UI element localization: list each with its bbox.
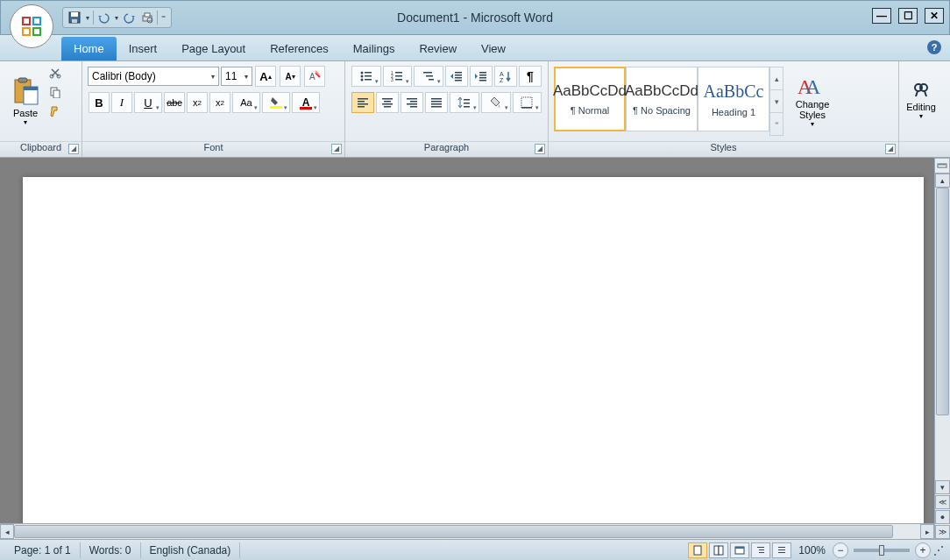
show-hide-button[interactable]: ¶ (519, 66, 542, 87)
bullets-button[interactable] (351, 66, 381, 87)
scroll-up-icon[interactable]: ▴ (935, 174, 950, 188)
align-left-button[interactable] (351, 92, 374, 113)
change-styles-button[interactable]: AA Change Styles ▾ (789, 65, 836, 138)
italic-button[interactable]: I (111, 92, 132, 113)
styles-scroll-up-icon[interactable]: ▴ (770, 67, 783, 90)
scroll-track[interactable] (935, 188, 950, 480)
styles-scroll-down-icon[interactable]: ▾ (770, 90, 783, 113)
copy-icon[interactable] (47, 84, 63, 100)
svg-rect-60 (431, 101, 442, 103)
style-no-spacing[interactable]: AaBbCcDd ¶ No Spacing (626, 67, 698, 131)
align-right-button[interactable] (401, 92, 423, 113)
line-spacing-button[interactable] (450, 92, 479, 113)
hscroll-thumb[interactable] (14, 525, 893, 538)
tab-references[interactable]: References (258, 37, 340, 60)
help-icon[interactable]: ? (927, 40, 941, 54)
svg-rect-61 (431, 103, 442, 105)
tab-page-layout[interactable]: Page Layout (169, 37, 258, 60)
justify-button[interactable] (425, 92, 448, 113)
tab-insert[interactable]: Insert (117, 37, 170, 60)
qat-customize-icon[interactable]: ⁼ (160, 13, 167, 23)
paste-button[interactable]: Paste ▾ (5, 65, 46, 138)
superscript-button[interactable]: x2 (209, 92, 230, 113)
tab-mailings[interactable]: Mailings (341, 37, 408, 60)
scroll-left-icon[interactable]: ◂ (0, 524, 14, 539)
borders-button[interactable] (513, 92, 542, 113)
document-page[interactable] (23, 177, 924, 539)
shading-button[interactable] (481, 92, 511, 113)
save-dropdown-icon[interactable]: ▾ (84, 14, 91, 22)
font-color-button[interactable]: A (292, 92, 320, 113)
status-words[interactable]: Words: 0 (81, 542, 141, 558)
print-preview-icon[interactable] (139, 10, 155, 25)
style-heading-1[interactable]: AaBbCc Heading 1 (698, 67, 769, 131)
svg-rect-64 (464, 103, 470, 104)
undo-icon[interactable] (96, 10, 111, 25)
office-button[interactable] (10, 4, 53, 48)
zoom-slider-handle[interactable] (879, 545, 884, 556)
hscroll-track[interactable] (14, 524, 920, 539)
multilevel-list-button[interactable] (414, 66, 443, 87)
view-print-layout-icon[interactable] (688, 542, 707, 558)
scroll-thumb[interactable] (936, 188, 949, 415)
tab-home[interactable]: Home (61, 37, 117, 60)
tab-view[interactable]: View (469, 37, 518, 60)
resize-grip-icon[interactable]: ⋰ (932, 544, 945, 556)
ruler-toggle-icon[interactable] (934, 158, 950, 174)
strikethrough-button[interactable]: abc (164, 92, 185, 113)
scroll-right-icon[interactable]: ▸ (920, 524, 934, 539)
scroll-down-icon[interactable]: ▾ (935, 480, 950, 494)
grow-font-icon[interactable]: A▴ (255, 66, 276, 87)
paragraph-dialog-launcher[interactable]: ◢ (535, 144, 545, 154)
underline-button[interactable]: U (134, 92, 162, 113)
sort-button[interactable]: AZ (494, 66, 517, 87)
clipboard-dialog-launcher[interactable]: ◢ (68, 144, 79, 154)
styles-dialog-launcher[interactable]: ◢ (885, 144, 896, 154)
increase-indent-button[interactable] (470, 66, 493, 87)
prev-page-icon[interactable]: ≪ (935, 495, 950, 509)
svg-rect-38 (455, 74, 462, 76)
align-center-button[interactable] (376, 92, 399, 113)
font-name-combo[interactable]: Calibri (Body)▾ (88, 67, 219, 86)
zoom-out-button[interactable]: − (833, 542, 848, 558)
view-full-screen-icon[interactable] (709, 542, 728, 558)
status-language[interactable]: English (Canada) (141, 542, 241, 558)
minimize-button[interactable]: — (872, 8, 891, 24)
bold-button[interactable]: B (89, 92, 110, 113)
undo-dropdown-icon[interactable]: ▾ (113, 14, 120, 22)
view-outline-icon[interactable] (751, 542, 770, 558)
styles-expand-icon[interactable]: ⁼ (770, 113, 783, 135)
highlight-button[interactable] (262, 92, 290, 113)
save-icon[interactable] (67, 10, 82, 25)
redo-icon[interactable] (122, 10, 138, 25)
subscript-button[interactable]: x2 (187, 92, 208, 113)
svg-rect-49 (358, 103, 368, 105)
close-button[interactable]: ✕ (925, 8, 944, 24)
format-painter-icon[interactable] (47, 103, 63, 119)
zoom-level[interactable]: 100% (793, 544, 831, 556)
font-size-combo[interactable]: 11▾ (221, 67, 252, 86)
numbering-button[interactable]: 123 (383, 66, 413, 87)
cut-icon[interactable] (47, 65, 63, 81)
vertical-scrollbar[interactable]: ▴ ▾ ≪ ● ≫ (934, 174, 950, 539)
zoom-slider[interactable] (854, 549, 910, 552)
shrink-font-icon[interactable]: A▾ (280, 66, 301, 87)
status-bar: Page: 1 of 1 Words: 0 English (Canada) 1… (0, 539, 950, 560)
view-draft-icon[interactable] (772, 542, 791, 558)
decrease-indent-button[interactable] (445, 66, 468, 87)
horizontal-scrollbar[interactable]: ◂ ▸ (0, 523, 934, 539)
view-web-layout-icon[interactable] (730, 542, 749, 558)
editing-button[interactable]: Editing ▾ (899, 61, 943, 141)
zoom-in-button[interactable]: + (915, 542, 931, 558)
tab-review[interactable]: Review (407, 37, 469, 60)
maximize-button[interactable]: ☐ (898, 8, 918, 24)
style-normal[interactable]: AaBbCcDd ¶ Normal (554, 67, 626, 131)
next-page-icon[interactable]: ≫ (935, 525, 950, 539)
browse-object-icon[interactable]: ● (935, 510, 950, 524)
group-label-editing (899, 141, 950, 157)
status-page[interactable]: Page: 1 of 1 (5, 542, 81, 558)
clear-formatting-icon[interactable]: A (304, 66, 325, 87)
font-dialog-launcher[interactable]: ◢ (331, 144, 342, 154)
svg-rect-76 (714, 546, 719, 555)
change-case-button[interactable]: Aa (232, 92, 260, 113)
